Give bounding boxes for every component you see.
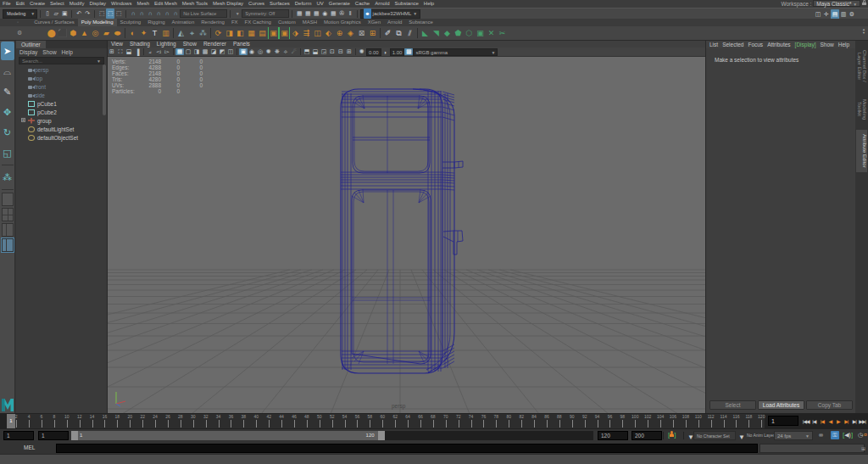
shelf-separate-icon[interactable]: ◧	[235, 27, 246, 39]
shelf-center-pivot-icon[interactable]: ◆	[442, 27, 453, 39]
paint-effects-icon[interactable]: ▦	[329, 8, 337, 19]
snap-curve-icon[interactable]: ∩	[137, 8, 146, 19]
shelf-tab-mash[interactable]: MASH	[299, 19, 320, 26]
outliner-item-top[interactable]: top	[16, 74, 107, 82]
shelf-smooth-icon[interactable]: ⟳	[213, 27, 224, 39]
shaded-icon[interactable]: ▢	[184, 48, 192, 55]
go-to-start-button[interactable]: |◀◀	[802, 418, 810, 424]
ae-menu-show[interactable]: Show	[821, 42, 834, 48]
outliner-item-front[interactable]: front	[16, 82, 107, 91]
shelf-bevel-icon[interactable]: ▣	[279, 27, 290, 39]
shelf-tab-substance[interactable]: Substance	[405, 19, 436, 26]
shelf-make-live-icon[interactable]: ◥	[431, 27, 442, 39]
outliner-item-side[interactable]: side	[16, 91, 107, 99]
menu-file[interactable]: File	[0, 0, 14, 8]
select-component-icon[interactable]: ⬚	[114, 8, 123, 19]
prev-view-icon[interactable]: ◅	[154, 48, 163, 55]
shelf-poly-type-icon[interactable]: T	[149, 27, 160, 39]
anim-end-field[interactable]: 200	[632, 431, 662, 440]
shelf-target-weld-icon[interactable]: ⧉	[393, 27, 404, 39]
current-time-marker[interactable]: 1	[7, 414, 15, 428]
range-handle-right[interactable]	[378, 431, 385, 440]
snap-view-icon[interactable]: ∩	[163, 8, 171, 19]
open-scene-icon[interactable]: ▱	[52, 8, 60, 19]
redo-icon[interactable]: ↷	[83, 8, 92, 19]
step-forward-frame-button[interactable]: ▶|	[850, 418, 859, 424]
outliner-item-persp[interactable]: persp	[16, 65, 107, 74]
shelf-tab-poly-modeling[interactable]: Poly Modeling	[78, 19, 117, 26]
shelf-sculpt-pool-icon[interactable]: ⁂	[198, 27, 209, 39]
exposure-toggle-icon[interactable]: ✺	[358, 48, 366, 55]
scale-tool[interactable]: ◱	[1, 143, 14, 162]
view-transform-dropdown[interactable]: sRGB gamma▼	[413, 48, 498, 56]
range-handle-left[interactable]	[71, 431, 78, 440]
shelf-delete-history-icon[interactable]: ⬡	[464, 27, 475, 39]
shelf-tab-arnold[interactable]: Arnold	[384, 19, 405, 26]
shelf-multi-cut-icon[interactable]: ✐	[382, 27, 393, 39]
bookmark-icon[interactable]: ▐	[133, 49, 142, 55]
play-end-field[interactable]: 120	[598, 431, 628, 440]
shelf-sculpt-transfer-icon[interactable]: ◭	[175, 27, 186, 39]
current-frame-field[interactable]: 1	[768, 416, 798, 426]
menu-modify[interactable]: Modify	[67, 0, 87, 8]
menu-arnold[interactable]: Arnold	[372, 0, 392, 8]
sidebar-tab-modeling-toolkit[interactable]: Modeling Toolkit	[856, 93, 867, 126]
step-back-key-button[interactable]: |◀	[818, 418, 826, 424]
ae-menu-help[interactable]: Help	[838, 42, 849, 48]
shelf-tab-xgen[interactable]: XGen	[364, 19, 384, 26]
panel-menu-panels[interactable]: Panels	[233, 41, 250, 47]
ae-menu-attributes[interactable]: Attributes	[767, 42, 790, 48]
menu-curves[interactable]: Curves	[246, 0, 267, 8]
shelf-freeze-transform-icon[interactable]: ⬟	[453, 27, 464, 39]
ipr-render-icon[interactable]: ▦	[303, 8, 312, 19]
command-input[interactable]	[56, 444, 758, 453]
go-to-end-button[interactable]: ▶▶|	[859, 418, 867, 424]
anim-layer-field[interactable]: No Anim Layer	[744, 431, 778, 440]
shelf-reduce-icon[interactable]: ⊠	[356, 27, 367, 39]
time-slider[interactable]: 2468101214161820222426283032343638404244…	[0, 413, 868, 429]
exposure-icon[interactable]: ⟡	[281, 48, 290, 55]
snap-surface-icon[interactable]: ∩	[171, 8, 180, 19]
ae-menu-list[interactable]: List	[709, 42, 718, 48]
film-gate-icon[interactable]: ⬓	[311, 48, 320, 55]
shelf-tab-fx[interactable]: FX	[228, 19, 242, 26]
outliner-tab[interactable]: Outliner	[16, 41, 46, 48]
script-editor-icon[interactable]: ⊞	[861, 445, 865, 451]
shelf-mirror-cut-icon[interactable]: ✂	[497, 27, 508, 39]
menu-create[interactable]: Create	[27, 0, 47, 8]
panel-menu-shading[interactable]: Shading	[130, 41, 150, 47]
ae-menu-focus[interactable]: Focus	[748, 42, 763, 48]
shelf-bake-pivot-icon[interactable]: ▣	[475, 27, 486, 39]
shelf-poly-cylinder-icon[interactable]: ⬢	[68, 27, 79, 39]
account-chip[interactable]: ☻ jackbee32WHML ▼	[360, 9, 420, 19]
toolbox-icon[interactable]: ✇	[337, 8, 346, 19]
shelf-merge-verts-icon[interactable]: ⬖	[323, 27, 334, 39]
workspace-dropdown[interactable]: Maya Classic* ▼	[813, 0, 860, 7]
set-key-icon[interactable]: ¤	[864, 432, 867, 438]
multisample-icon[interactable]: ▣	[239, 48, 248, 55]
grid-icon[interactable]: ⬒	[303, 48, 311, 55]
shelf-mirror-icon[interactable]: ⊕	[334, 27, 345, 39]
shelf-crease-icon[interactable]: ◈	[345, 27, 356, 39]
textured-icon[interactable]: ◨	[192, 48, 201, 55]
menu-display[interactable]: Display	[86, 0, 108, 8]
character-set-field[interactable]: No Character Set	[693, 431, 736, 440]
screen-space-ao-icon[interactable]: ◩	[218, 48, 226, 55]
outliner-search[interactable]: Search...▼	[19, 57, 104, 64]
select-camera-icon[interactable]: ⊞	[108, 48, 116, 55]
menu-mesh[interactable]: Mesh	[134, 0, 152, 8]
save-scene-icon[interactable]: ▣	[60, 8, 69, 19]
ae-button-select[interactable]: Select	[709, 400, 756, 410]
ae-button-load-attributes[interactable]: Load Attributes	[758, 400, 804, 410]
menu-edit[interactable]: Edit	[14, 0, 27, 8]
command-language-toggle[interactable]: MEL	[24, 444, 35, 450]
range-slider[interactable]: 1 120	[71, 431, 593, 440]
rotate-tool[interactable]: ↻	[1, 123, 14, 142]
gamma-toggle-icon[interactable]: ◗	[381, 49, 390, 55]
character-set-icon[interactable]: []	[668, 431, 676, 439]
ae-button-copy-tab[interactable]: Copy Tab	[806, 400, 853, 410]
panel-menu-view[interactable]: View	[111, 41, 123, 47]
play-backwards-button[interactable]: ◀	[826, 418, 835, 424]
render-icon[interactable]: ▦	[295, 8, 303, 19]
image-plane-icon[interactable]: ⟓	[146, 48, 154, 55]
